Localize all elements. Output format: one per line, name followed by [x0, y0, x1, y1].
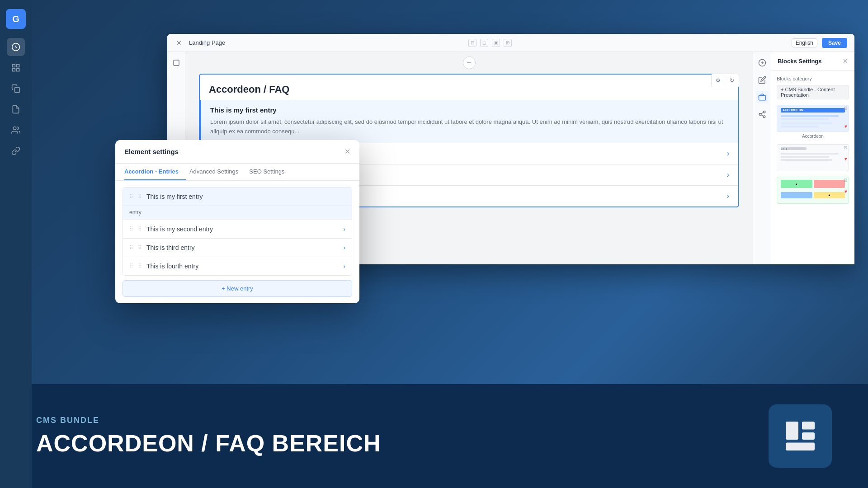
svg-rect-3 [13, 69, 15, 71]
chevron-right-icon: › [727, 150, 729, 158]
add-block-icon[interactable] [756, 56, 769, 69]
editor-titlebar: ✕ Landing Page ⊡ ◻ ▣ ⊞ English Save [167, 34, 854, 52]
svg-point-13 [759, 113, 761, 116]
svg-point-12 [763, 111, 765, 113]
svg-rect-2 [17, 65, 19, 67]
svg-rect-20 [786, 442, 815, 450]
copy-icon[interactable]: ⊡ [844, 106, 847, 111]
chevron-right-icon-4: › [727, 192, 729, 200]
block-preview-grid[interactable]: ⊡ ▲ ▲ ♥ [777, 177, 849, 204]
copy-icon-3[interactable]: ⊡ [844, 178, 847, 183]
tablet-view-button[interactable]: ◻ [480, 39, 488, 47]
blocks-settings-panel: Blocks Settings ✕ Blocks category + CMS … [771, 52, 854, 264]
desktop-view-button[interactable]: ⊡ [468, 39, 476, 47]
bottom-banner-text: CMS BUNDLE ACCORDEON / FAQ BEREICH [36, 416, 769, 457]
save-button[interactable]: Save [822, 38, 847, 48]
block-preview-list[interactable]: ⊡ LIST ♥ [777, 144, 849, 171]
entry-1-sublabel: entry [129, 209, 142, 216]
blocks-panel-body: Blocks category + CMS Bundle - Content P… [771, 70, 854, 215]
entry-3-chevron: › [343, 244, 345, 251]
entry-item-2[interactable]: ⠿ ⠿ This is my second entry › [123, 220, 352, 239]
sidebar-item-dashboard[interactable] [7, 38, 25, 56]
close-button[interactable]: ✕ [175, 38, 184, 47]
favorite-icon-3[interactable]: ♥ [844, 189, 847, 194]
accordion-item-1-title: This is my first entry [210, 106, 277, 114]
favorite-icon[interactable]: ♥ [844, 124, 847, 129]
drag-handle-icon-2: ⠿ [138, 193, 142, 200]
add-section-button[interactable]: + [463, 56, 476, 69]
block-preview-name-1: Accordeon [777, 134, 849, 139]
new-entry-button[interactable]: + New entry [123, 280, 352, 297]
entry-1-label: This is my first entry [146, 193, 345, 200]
add-section-row: + [185, 52, 753, 74]
mobile-view-button[interactable]: ▣ [492, 39, 500, 47]
app-logo: G [6, 9, 26, 29]
svg-rect-7 [174, 60, 179, 66]
svg-rect-4 [17, 69, 19, 71]
entry-2-chevron: › [343, 225, 345, 233]
modal-close-button[interactable]: ✕ [344, 147, 350, 156]
entry-item-4[interactable]: ⠿ ⠿ This is fourth entry › [123, 257, 352, 275]
entry-4-label: This is fourth entry [146, 263, 343, 270]
entry-item-1[interactable]: ⠿ ⠿ This is my first entry [123, 188, 352, 206]
tab-accordion-entries[interactable]: Accordion - Entries [124, 164, 186, 180]
block-refresh-button[interactable]: ↻ [725, 74, 739, 87]
drag-handle-icon: ⠿ [129, 193, 133, 200]
modal-title: Element settings [124, 148, 179, 155]
sidebar-item-file[interactable] [7, 100, 25, 118]
copy-icon-2[interactable]: ⊡ [844, 145, 847, 150]
drag-handle-icon-8: ⠿ [138, 263, 142, 269]
sidebar-item-layers[interactable] [7, 59, 25, 77]
tab-seo-settings[interactable]: SEO Settings [249, 164, 292, 180]
entry-4-chevron: › [343, 263, 345, 270]
bottom-banner: CMS BUNDLE ACCORDEON / FAQ BEREICH [0, 384, 868, 488]
sidebar-item-users[interactable] [7, 121, 25, 139]
language-select[interactable]: English [792, 38, 817, 47]
svg-line-16 [761, 113, 763, 114]
modal-tabs: Accordion - Entries Advanced Settings SE… [115, 164, 359, 181]
blocks-icon[interactable] [756, 91, 769, 103]
svg-rect-19 [802, 432, 815, 440]
titlebar-right: English Save [792, 38, 847, 48]
block-icon[interactable] [170, 56, 183, 69]
entry-2-label: This is my second entry [146, 225, 343, 233]
entries-list: ⠿ ⠿ This is my first entry entry ⠿ ⠿ Thi… [123, 187, 352, 276]
accordion-section-title: Accordeon / FAQ [200, 75, 738, 100]
modal-header: Element settings ✕ [115, 140, 359, 164]
grid-layout-icon [782, 418, 818, 454]
accordion-item-1-body: Lorem ipsum dolor sit amet, consectetur … [210, 117, 729, 136]
favorite-icon-2[interactable]: ♥ [844, 156, 847, 161]
bottom-banner-title: ACCORDEON / FAQ BEREICH [36, 430, 769, 457]
blocks-category-label: Blocks category [777, 76, 849, 81]
list-preview-image: LIST [777, 144, 849, 171]
drag-handle-icon-7: ⠿ [129, 263, 133, 269]
svg-line-15 [761, 115, 763, 116]
editor-title: Landing Page [189, 39, 468, 46]
grid-view-button[interactable]: ⊞ [504, 39, 512, 47]
modal-body: ⠿ ⠿ This is my first entry entry ⠿ ⠿ Thi… [115, 181, 359, 303]
bottom-banner-label: CMS BUNDLE [36, 416, 769, 425]
chevron-right-icon-3: › [727, 171, 729, 179]
accordion-first-item[interactable]: This is my first entry Lorem ipsum dolor… [200, 100, 738, 143]
block-preview-accordion[interactable]: ⊡ ACCORDEON ♥ Accordeon [777, 105, 849, 139]
svg-rect-17 [786, 422, 798, 440]
bottom-banner-icon [769, 404, 832, 468]
drag-handle-icon-6: ⠿ [138, 244, 142, 251]
sidebar-item-link[interactable] [7, 142, 25, 160]
blocks-panel-close-button[interactable]: ✕ [843, 57, 848, 65]
svg-point-14 [763, 116, 765, 118]
drag-handle-icon-5: ⠿ [129, 244, 133, 251]
grid-preview-image: ▲ ▲ [777, 177, 849, 204]
tab-advanced-settings[interactable]: Advanced Settings [189, 164, 245, 180]
block-settings-button[interactable]: ⚙ [712, 74, 725, 87]
view-controls: ⊡ ◻ ▣ ⊞ [468, 39, 512, 47]
entry-3-label: This is third entry [146, 244, 343, 251]
share-icon[interactable] [756, 108, 769, 121]
svg-rect-11 [759, 95, 765, 100]
entry-item-3[interactable]: ⠿ ⠿ This is third entry › [123, 239, 352, 257]
block-toolbar: ⚙ ↻ [711, 74, 739, 87]
sidebar-item-copy[interactable] [7, 80, 25, 98]
edit-icon[interactable] [756, 74, 769, 86]
svg-rect-1 [13, 65, 15, 67]
blocks-category-tag[interactable]: + CMS Bundle - Content Presentation [777, 85, 849, 99]
